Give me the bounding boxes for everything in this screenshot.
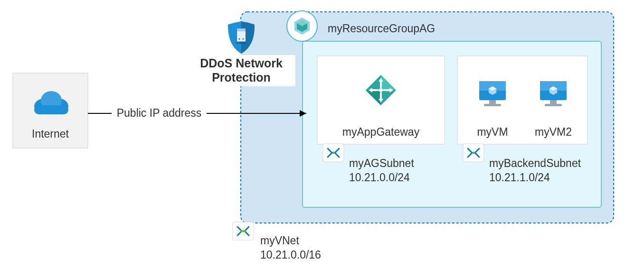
internet-label: Internet [32, 128, 69, 140]
svg-point-31 [473, 152, 475, 154]
svg-rect-39 [34, 105, 68, 114]
ddos-label-line1: DDoS Network [200, 56, 283, 70]
svg-point-43 [242, 38, 244, 39]
svg-rect-41 [237, 28, 246, 31]
svg-point-17 [332, 152, 335, 154]
vm1-label: myVM [477, 126, 508, 138]
vnet-badge-icon [233, 222, 254, 240]
svg-point-42 [238, 38, 240, 39]
ag-subnet-badge-icon [323, 144, 344, 162]
vm2-label: myVM2 [535, 126, 572, 138]
svg-rect-20 [489, 100, 496, 104]
resource-group-icon [287, 11, 317, 41]
ag-subnet-name: myAGSubnet [349, 157, 414, 169]
svg-point-35 [244, 230, 246, 232]
ddos-label-line2: Protection [212, 71, 271, 84]
svg-point-44 [236, 41, 247, 44]
backend-subnet-name: myBackendSubnet [489, 157, 581, 169]
backend-subnet-cidr: 10.21.1.0/24 [489, 171, 550, 184]
app-gateway-label: myAppGateway [342, 126, 420, 138]
vnet-cidr: 10.21.0.0/16 [260, 249, 321, 261]
svg-point-34 [242, 230, 245, 232]
svg-point-15 [379, 88, 383, 92]
svg-rect-21 [484, 104, 501, 106]
resource-group-label: myResourceGroupAG [328, 22, 435, 35]
svg-rect-26 [550, 100, 557, 104]
vnet-name: myVNet [260, 234, 299, 247]
public-ip-label: Public IP address [117, 107, 202, 119]
ag-subnet-cidr: 10.21.0.0/24 [349, 171, 410, 184]
backend-subnet-badge-icon [463, 144, 484, 162]
svg-rect-27 [545, 104, 562, 106]
svg-point-33 [240, 230, 243, 232]
